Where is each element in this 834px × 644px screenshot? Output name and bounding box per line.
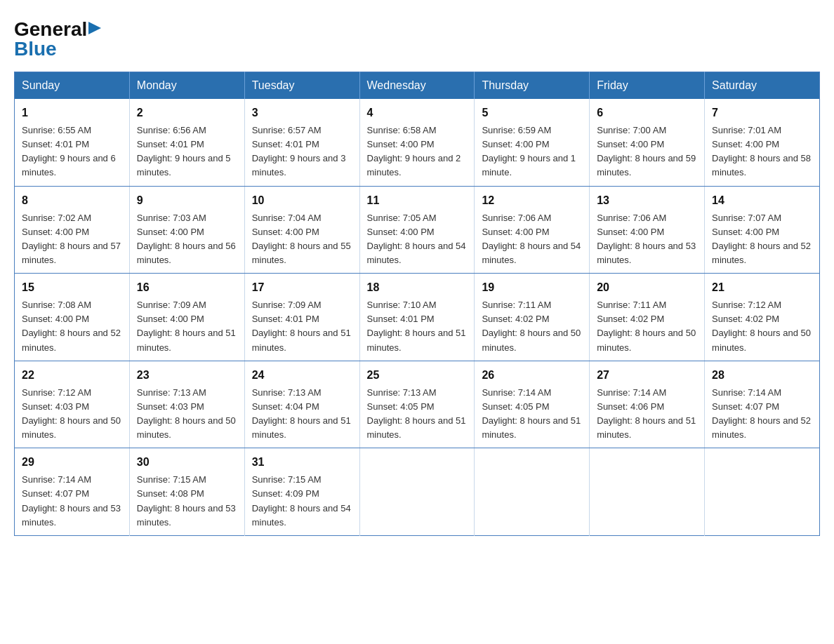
day-cell-24: 24Sunrise: 7:13 AMSunset: 4:04 PMDayligh… (244, 361, 359, 448)
header: General Blue (14, 14, 820, 59)
day-number: 25 (367, 367, 468, 384)
day-number: 30 (137, 454, 237, 471)
day-info: Sunrise: 7:01 AMSunset: 4:00 PMDaylight:… (712, 125, 811, 177)
day-cell-12: 12Sunrise: 7:06 AMSunset: 4:00 PMDayligh… (475, 186, 590, 274)
day-cell-7: 7Sunrise: 7:01 AMSunset: 4:00 PMDaylight… (705, 99, 820, 186)
day-number: 16 (137, 279, 237, 296)
day-info: Sunrise: 7:13 AMSunset: 4:03 PMDaylight:… (137, 387, 236, 440)
week-row-2: 8Sunrise: 7:02 AMSunset: 4:00 PMDaylight… (15, 186, 820, 274)
day-number: 21 (712, 279, 812, 296)
day-info: Sunrise: 7:06 AMSunset: 4:00 PMDaylight:… (597, 213, 696, 265)
day-number: 27 (597, 367, 697, 384)
day-cell-13: 13Sunrise: 7:06 AMSunset: 4:00 PMDayligh… (590, 186, 705, 274)
day-cell-26: 26Sunrise: 7:14 AMSunset: 4:05 PMDayligh… (475, 361, 590, 448)
week-row-3: 15Sunrise: 7:08 AMSunset: 4:00 PMDayligh… (15, 274, 820, 361)
day-info: Sunrise: 6:57 AMSunset: 4:01 PMDaylight:… (252, 125, 346, 177)
day-info: Sunrise: 7:11 AMSunset: 4:02 PMDaylight:… (597, 300, 696, 352)
empty-cell (359, 448, 475, 536)
day-info: Sunrise: 7:12 AMSunset: 4:03 PMDaylight:… (22, 387, 121, 440)
day-info: Sunrise: 7:13 AMSunset: 4:05 PMDaylight:… (367, 387, 466, 440)
day-info: Sunrise: 7:06 AMSunset: 4:00 PMDaylight:… (482, 213, 581, 265)
day-cell-2: 2Sunrise: 6:56 AMSunset: 4:01 PMDaylight… (129, 99, 244, 186)
day-number: 20 (597, 279, 697, 296)
day-cell-10: 10Sunrise: 7:04 AMSunset: 4:00 PMDayligh… (244, 186, 359, 274)
day-number: 12 (482, 192, 582, 209)
week-row-1: 1Sunrise: 6:55 AMSunset: 4:01 PMDaylight… (15, 99, 820, 186)
day-cell-31: 31Sunrise: 7:15 AMSunset: 4:09 PMDayligh… (244, 448, 359, 536)
day-cell-9: 9Sunrise: 7:03 AMSunset: 4:00 PMDaylight… (129, 186, 244, 274)
day-number: 18 (367, 279, 468, 296)
day-cell-11: 11Sunrise: 7:05 AMSunset: 4:00 PMDayligh… (359, 186, 475, 274)
day-cell-30: 30Sunrise: 7:15 AMSunset: 4:08 PMDayligh… (129, 448, 244, 536)
header-saturday: Saturday (705, 72, 820, 100)
day-info: Sunrise: 7:14 AMSunset: 4:07 PMDaylight:… (22, 474, 121, 527)
day-number: 7 (712, 105, 812, 121)
day-info: Sunrise: 6:55 AMSunset: 4:01 PMDaylight:… (22, 125, 116, 177)
day-cell-8: 8Sunrise: 7:02 AMSunset: 4:00 PMDaylight… (15, 186, 130, 274)
day-cell-4: 4Sunrise: 6:58 AMSunset: 4:00 PMDaylight… (359, 99, 475, 186)
header-wednesday: Wednesday (359, 72, 475, 100)
day-number: 15 (22, 279, 122, 296)
day-number: 6 (597, 105, 697, 121)
day-info: Sunrise: 7:11 AMSunset: 4:02 PMDaylight:… (482, 300, 581, 352)
day-cell-6: 6Sunrise: 7:00 AMSunset: 4:00 PMDaylight… (590, 99, 705, 186)
header-thursday: Thursday (475, 72, 590, 100)
day-cell-20: 20Sunrise: 7:11 AMSunset: 4:02 PMDayligh… (590, 274, 705, 361)
day-number: 2 (137, 105, 237, 121)
day-info: Sunrise: 7:05 AMSunset: 4:00 PMDaylight:… (367, 213, 466, 265)
day-cell-25: 25Sunrise: 7:13 AMSunset: 4:05 PMDayligh… (359, 361, 475, 448)
logo: General Blue (14, 20, 101, 59)
day-info: Sunrise: 6:58 AMSunset: 4:00 PMDaylight:… (367, 125, 461, 177)
day-info: Sunrise: 7:09 AMSunset: 4:01 PMDaylight:… (252, 300, 351, 352)
day-number: 17 (252, 279, 352, 296)
day-info: Sunrise: 7:08 AMSunset: 4:00 PMDaylight:… (22, 300, 121, 352)
header-friday: Friday (590, 72, 705, 100)
calendar-table: SundayMondayTuesdayWednesdayThursdayFrid… (14, 72, 820, 536)
empty-cell (590, 448, 705, 536)
week-row-4: 22Sunrise: 7:12 AMSunset: 4:03 PMDayligh… (15, 361, 820, 448)
day-info: Sunrise: 7:07 AMSunset: 4:00 PMDaylight:… (712, 213, 811, 265)
day-number: 3 (252, 105, 352, 121)
day-number: 4 (367, 105, 468, 121)
day-cell-16: 16Sunrise: 7:09 AMSunset: 4:00 PMDayligh… (129, 274, 244, 361)
day-info: Sunrise: 7:09 AMSunset: 4:00 PMDaylight:… (137, 300, 236, 352)
day-number: 26 (482, 367, 582, 384)
day-info: Sunrise: 7:14 AMSunset: 4:06 PMDaylight:… (597, 387, 696, 440)
day-cell-15: 15Sunrise: 7:08 AMSunset: 4:00 PMDayligh… (15, 274, 130, 361)
day-cell-28: 28Sunrise: 7:14 AMSunset: 4:07 PMDayligh… (705, 361, 820, 448)
day-number: 13 (597, 192, 697, 209)
day-number: 29 (22, 454, 122, 471)
day-info: Sunrise: 7:00 AMSunset: 4:00 PMDaylight:… (597, 125, 696, 177)
day-cell-27: 27Sunrise: 7:14 AMSunset: 4:06 PMDayligh… (590, 361, 705, 448)
day-info: Sunrise: 7:14 AMSunset: 4:05 PMDaylight:… (482, 387, 581, 440)
svg-marker-0 (88, 22, 101, 34)
calendar-header-row: SundayMondayTuesdayWednesdayThursdayFrid… (15, 72, 820, 100)
day-cell-1: 1Sunrise: 6:55 AMSunset: 4:01 PMDaylight… (15, 99, 130, 186)
week-row-5: 29Sunrise: 7:14 AMSunset: 4:07 PMDayligh… (15, 448, 820, 536)
day-info: Sunrise: 7:03 AMSunset: 4:00 PMDaylight:… (137, 213, 236, 265)
day-info: Sunrise: 7:12 AMSunset: 4:02 PMDaylight:… (712, 300, 811, 352)
day-info: Sunrise: 7:10 AMSunset: 4:01 PMDaylight:… (367, 300, 466, 352)
day-cell-17: 17Sunrise: 7:09 AMSunset: 4:01 PMDayligh… (244, 274, 359, 361)
day-number: 23 (137, 367, 237, 384)
day-number: 1 (22, 105, 122, 121)
day-number: 11 (367, 192, 468, 209)
day-number: 9 (137, 192, 237, 209)
day-number: 28 (712, 367, 812, 384)
day-info: Sunrise: 6:56 AMSunset: 4:01 PMDaylight:… (137, 125, 231, 177)
empty-cell (475, 448, 590, 536)
day-number: 22 (22, 367, 122, 384)
day-number: 5 (482, 105, 582, 121)
day-cell-29: 29Sunrise: 7:14 AMSunset: 4:07 PMDayligh… (15, 448, 130, 536)
day-number: 31 (252, 454, 352, 471)
day-info: Sunrise: 7:15 AMSunset: 4:08 PMDaylight:… (137, 474, 236, 527)
day-number: 14 (712, 192, 812, 209)
day-cell-22: 22Sunrise: 7:12 AMSunset: 4:03 PMDayligh… (15, 361, 130, 448)
header-monday: Monday (129, 72, 244, 100)
day-number: 24 (252, 367, 352, 384)
logo-blue: Blue (14, 39, 101, 59)
header-sunday: Sunday (15, 72, 130, 100)
day-number: 8 (22, 192, 122, 209)
day-cell-14: 14Sunrise: 7:07 AMSunset: 4:00 PMDayligh… (705, 186, 820, 274)
day-info: Sunrise: 6:59 AMSunset: 4:00 PMDaylight:… (482, 125, 576, 177)
